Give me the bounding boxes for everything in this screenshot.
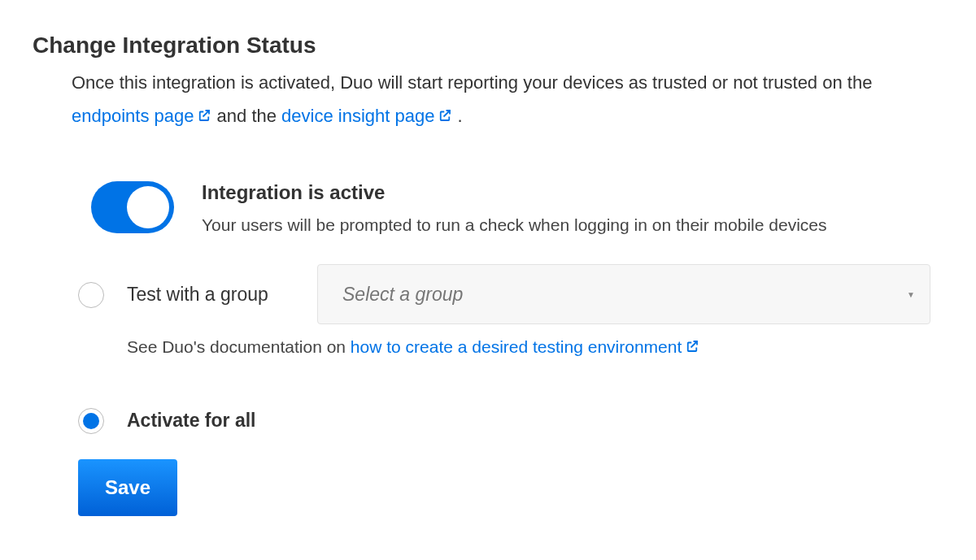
external-link-icon <box>685 339 699 354</box>
toggle-subtitle: Your users will be prompted to run a che… <box>202 215 827 235</box>
desc-text: and the <box>217 106 282 126</box>
group-select-placeholder: Select a group <box>342 284 463 306</box>
desc-text: . <box>458 106 463 126</box>
toggle-text-block: Integration is active Your users will be… <box>202 181 827 235</box>
activate-for-all-radio[interactable] <box>78 408 104 434</box>
documentation-line: See Duo's documentation on how to create… <box>127 337 943 357</box>
external-link-icon <box>438 108 452 123</box>
save-button[interactable]: Save <box>78 459 177 516</box>
group-select[interactable]: Select a group ▼ <box>317 264 930 324</box>
link-text: endpoints page <box>72 106 194 126</box>
section-description: Once this integration is activated, Duo … <box>72 67 926 132</box>
link-text: how to create a desired testing environm… <box>351 337 682 356</box>
endpoints-page-link[interactable]: endpoints page <box>72 106 217 126</box>
link-text: device insight page <box>281 106 434 126</box>
toggle-knob <box>127 186 169 228</box>
device-insight-page-link[interactable]: device insight page <box>281 106 457 126</box>
integration-active-toggle[interactable] <box>91 181 174 233</box>
test-with-group-label: Test with a group <box>127 280 298 309</box>
test-with-group-radio[interactable] <box>78 282 104 308</box>
testing-environment-doc-link[interactable]: how to create a desired testing environm… <box>351 337 699 356</box>
section-title: Change Integration Status <box>33 33 943 59</box>
activate-for-all-row: Activate for all <box>78 406 943 435</box>
desc-text: Once this integration is activated, Duo … <box>72 72 872 93</box>
activate-for-all-label: Activate for all <box>127 406 256 435</box>
chevron-down-icon: ▼ <box>907 290 915 299</box>
doc-prefix: See Duo's documentation on <box>127 337 351 356</box>
toggle-title: Integration is active <box>202 181 827 204</box>
external-link-icon <box>197 108 211 123</box>
integration-toggle-row: Integration is active Your users will be… <box>91 181 943 235</box>
test-with-group-row: Test with a group Select a group ▼ <box>78 264 943 324</box>
